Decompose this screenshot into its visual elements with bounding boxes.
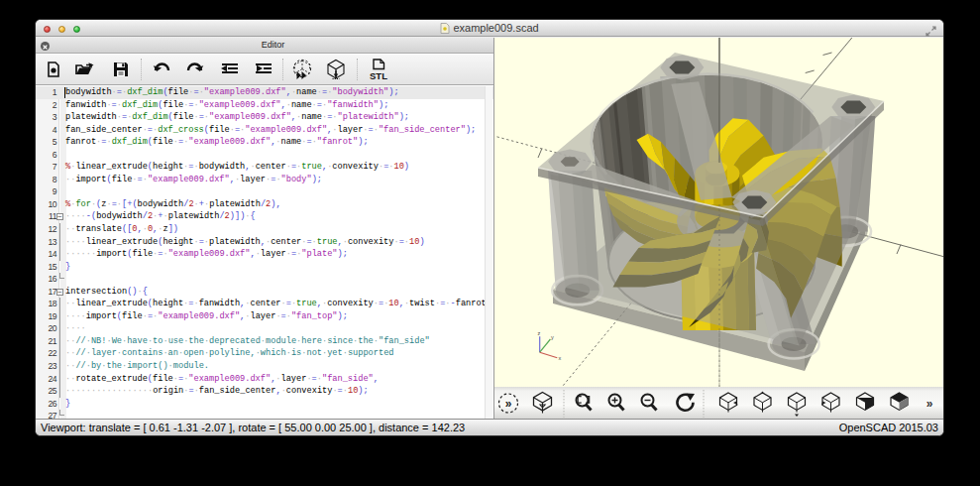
svg-text:x: x	[559, 355, 562, 361]
svg-text:y: y	[551, 334, 554, 340]
svg-text:z: z	[538, 330, 541, 336]
svg-text:»: »	[505, 397, 512, 411]
svg-text:»: »	[926, 397, 933, 411]
svg-text:STL: STL	[370, 70, 387, 81]
